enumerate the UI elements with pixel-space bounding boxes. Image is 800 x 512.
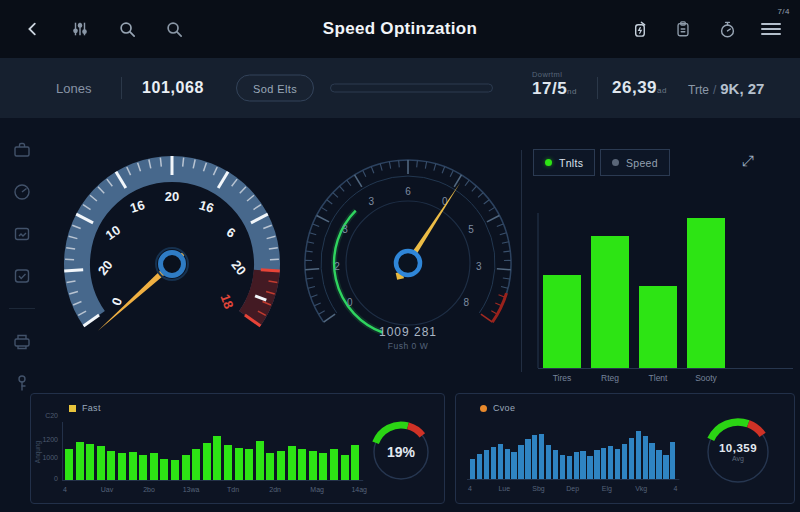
close-total-subtitle: Avg [732,455,744,462]
gauge-tick-label: 6 [224,224,238,240]
gauge-icon[interactable] [12,182,32,202]
printer-icon[interactable] [12,331,32,351]
bar [266,453,274,480]
stat-dowrtml: Dowrtml 17/5nd [532,70,577,99]
bar [182,455,190,480]
profile-key-icon[interactable] [12,373,32,393]
x-tick-label: Dep [566,485,579,493]
legend-speed-label: Speed [626,157,658,169]
sod-elts-button[interactable]: Sod Elts [236,75,314,102]
stat-lones-value: 101,068 [142,79,204,97]
stat-2639: 26,39ad [612,78,667,98]
legend-speed[interactable]: Speed [600,149,670,176]
gauge-tick-label: 20 [165,189,179,204]
bar [622,444,627,479]
progress-track [330,84,493,93]
x-tick-label: 13wa [183,486,200,493]
bar [580,451,585,479]
bar [351,445,359,480]
bar [594,450,599,479]
bar [615,449,620,479]
close-total-value: 10,359 [719,442,757,454]
bar [505,449,510,479]
clipboard-icon[interactable] [672,18,694,40]
bar [532,435,537,479]
bar [656,450,661,479]
bar [129,452,137,480]
card-icon[interactable] [12,224,32,244]
bar [330,449,338,480]
x-tick-label: 2dn [269,486,281,493]
legend-cvoe[interactable]: Cvoe [480,403,515,413]
bar [309,451,317,480]
legend-fast[interactable]: Fast [69,403,101,413]
bar [560,455,565,479]
bar [546,445,551,479]
bar [639,286,677,369]
battery-charge-icon[interactable] [628,18,650,40]
x-tick-label: 2bo [143,486,155,493]
check-square-icon[interactable] [12,266,32,286]
briefcase-icon[interactable] [12,140,32,160]
bar-category-label: Sooty [695,373,717,383]
legend-tnlts-label: Tnlts [559,157,583,169]
bar [171,460,179,480]
secondary-gauge-readout: 1009 281 Fush 0 W [338,325,478,351]
stopwatch-icon[interactable] [716,18,738,40]
y-axis-label: Anqung [34,440,42,463]
bar [491,447,496,479]
bar [498,444,503,479]
gauge-tick-label: 10 [103,222,123,243]
menu-badge: 7/4 [777,7,790,16]
bar [553,450,558,479]
category-bar-chart: TiresRtegTlentSooty [530,183,796,388]
bar [574,452,579,479]
orange-dot-icon [480,405,487,412]
yellow-square-icon [69,405,76,412]
bar [107,451,115,480]
gauge-tick-label: 16 [197,197,215,216]
x-tick-label: 4 [673,485,677,492]
bar-category-label: Tlent [649,373,669,383]
fast-percent-dial: 19% [365,416,437,488]
gauge-tick-label: 0 [347,297,353,308]
x-tick-label: Sbg [532,485,545,493]
divider [597,77,598,99]
gauge-tick-label: 5 [468,224,474,235]
bar [649,443,654,479]
bar [76,442,84,480]
bar [288,446,296,480]
bar [670,442,675,479]
bar [86,444,94,480]
stat-trte: Trte/9K, 27 [688,80,764,97]
y-tick-label: C20 [45,412,58,419]
gray-dot-icon [612,159,619,166]
menu-icon[interactable] [760,18,782,40]
legend-tnlts[interactable]: Tnlts [533,149,595,176]
bar [543,275,581,368]
stats-bar: Lones 101,068 Sod Elts Dowrtml 17/5nd 26… [0,58,800,118]
gauge-tick-label: 0 [442,196,448,207]
expand-icon[interactable]: ⤢ [742,152,754,170]
stat-dowrtml-value: 17/5 [532,79,567,98]
bar [277,451,285,480]
bar [65,449,73,480]
x-tick-label: 4 [63,486,67,493]
bar [319,453,327,480]
y-tick-label: 0 [54,475,58,482]
bar [97,446,105,480]
bar [687,218,725,368]
gauge-tick-label: 16 [128,197,146,216]
gauge-tick-label: 0 [109,295,126,307]
top-bar: Speed Optinzation 7/4 [0,0,800,58]
gauge-tick-label: 3 [342,224,348,235]
bar [567,456,572,479]
bar [224,445,232,480]
fast-history-panel: Fast 4Uav2bo13waTdn2dnMag14agC2012001000… [30,393,445,504]
bar [587,456,592,479]
secondary-gauge-subtitle: Fush 0 W [338,341,478,351]
x-tick-label: Uav [101,486,114,493]
gauge-tick-label: 18 [217,292,236,311]
stat-trte-label: Trte [688,83,709,97]
bar [518,445,523,479]
